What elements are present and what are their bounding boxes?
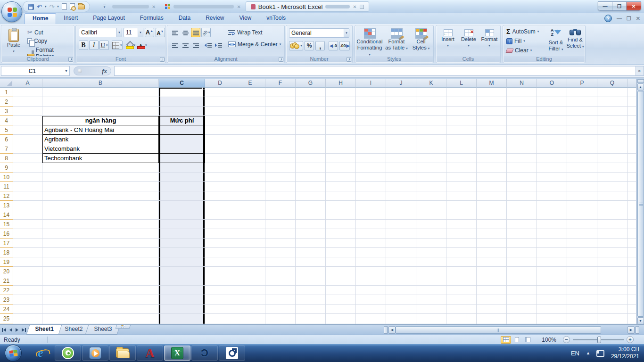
cell-Q25[interactable] (597, 314, 627, 323)
row-header-8[interactable]: 8 (0, 154, 13, 163)
comma-style-button[interactable]: , (315, 41, 325, 50)
align-center-button[interactable] (181, 41, 190, 50)
cell-G2[interactable] (296, 97, 326, 107)
cell-N25[interactable] (507, 314, 537, 323)
cell-x4[interactable] (627, 116, 636, 125)
cell-N13[interactable] (507, 201, 537, 210)
cell-K21[interactable] (416, 276, 446, 286)
cell-K23[interactable] (416, 295, 446, 304)
cell-B11[interactable] (42, 182, 159, 191)
taskbar-app-internet-explorer[interactable]: e (27, 346, 54, 361)
orientation-button[interactable]: ab▾ (201, 28, 211, 37)
cell-Q21[interactable] (597, 276, 627, 286)
cell-C21[interactable] (159, 276, 205, 286)
workbook-minimize-icon[interactable]: — (617, 16, 622, 21)
cell-L18[interactable] (446, 248, 477, 257)
font-color-button[interactable]: A▾ (137, 41, 148, 50)
cell-H12[interactable] (326, 191, 356, 201)
format-cells-button[interactable]: Format ▾ (479, 28, 499, 49)
row-header-14[interactable]: 14 (0, 210, 13, 220)
cell-x3[interactable] (627, 107, 636, 116)
cell-H16[interactable] (326, 229, 356, 239)
select-all-corner[interactable] (0, 79, 13, 88)
page-layout-view-button[interactable] (512, 336, 522, 344)
active-document-tab[interactable]: Book1 - Microsoft Excel ✕ (246, 1, 369, 12)
cell-F17[interactable] (265, 239, 296, 248)
cell-A16[interactable] (13, 229, 42, 239)
cell-D23[interactable] (205, 295, 235, 304)
cell-x6[interactable] (627, 135, 636, 144)
cell-A12[interactable] (13, 191, 42, 201)
decrease-indent-button[interactable] (203, 41, 213, 50)
cell-H9[interactable] (326, 163, 356, 173)
row-header-1[interactable]: 1 (0, 88, 13, 97)
cell-L9[interactable] (446, 163, 477, 173)
cell-G24[interactable] (296, 304, 326, 314)
cell-O21[interactable] (537, 276, 567, 286)
cell-x21[interactable] (627, 276, 636, 286)
cell-E13[interactable] (235, 201, 265, 210)
cell-L12[interactable] (446, 191, 477, 201)
cell-M21[interactable] (477, 276, 507, 286)
autosum-button[interactable]: Σ AutoSum▾ (505, 28, 540, 35)
cell-G13[interactable] (296, 201, 326, 210)
cell-F23[interactable] (265, 295, 296, 304)
column-header-B[interactable]: B (42, 79, 159, 88)
cell-Q8[interactable] (597, 154, 627, 163)
cell-H23[interactable] (326, 295, 356, 304)
column-header-Q[interactable]: Q (597, 79, 627, 88)
tab-page-layout[interactable]: Page Layout (85, 13, 132, 24)
cell-E12[interactable] (235, 191, 265, 201)
cell-H25[interactable] (326, 314, 356, 323)
column-header-C[interactable]: C (159, 79, 205, 88)
row-header-3[interactable]: 3 (0, 107, 13, 116)
cell-J15[interactable] (386, 220, 416, 229)
cell-P2[interactable] (567, 97, 597, 107)
column-header-G[interactable]: G (296, 79, 326, 88)
cell-A25[interactable] (13, 314, 42, 323)
first-sheet-icon[interactable] (2, 328, 6, 332)
cell-B15[interactable] (42, 220, 159, 229)
number-dialog-launcher[interactable] (347, 57, 351, 62)
cell-D13[interactable] (205, 201, 235, 210)
cell-M23[interactable] (477, 295, 507, 304)
cell-H1[interactable] (326, 88, 356, 97)
cell-N24[interactable] (507, 304, 537, 314)
cell-Q13[interactable] (597, 201, 627, 210)
cell-D22[interactable] (205, 286, 235, 295)
cell-I10[interactable] (356, 173, 386, 182)
close-tab-icon[interactable]: ✕ (152, 4, 156, 9)
column-header-extra[interactable] (627, 79, 636, 88)
cell-M13[interactable] (477, 201, 507, 210)
cell-L10[interactable] (446, 173, 477, 182)
cell-x7[interactable] (627, 144, 636, 154)
cell-M25[interactable] (477, 314, 507, 323)
align-left-button[interactable] (170, 41, 180, 50)
cell-G21[interactable] (296, 276, 326, 286)
expand-formula-bar-icon[interactable]: » (636, 66, 644, 76)
cell-I8[interactable] (356, 154, 386, 163)
tab-vntools[interactable]: vnTools (259, 13, 293, 24)
cell-C7[interactable] (159, 144, 205, 154)
row-header-18[interactable]: 18 (0, 248, 13, 257)
cell-J4[interactable] (386, 116, 416, 125)
cell-L21[interactable] (446, 276, 477, 286)
zoom-level[interactable]: 100% (542, 337, 556, 343)
cell-B23[interactable] (42, 295, 159, 304)
cell-B14[interactable] (42, 210, 159, 220)
row-header-16[interactable]: 16 (0, 229, 13, 239)
cut-button[interactable]: ✂ Cut (26, 28, 74, 36)
cell-P13[interactable] (567, 201, 597, 210)
cell-A21[interactable] (13, 276, 42, 286)
cell-C25[interactable] (159, 314, 205, 323)
fill-color-button[interactable]: ▾ (125, 41, 136, 50)
horizontal-scroll-thumb[interactable] (396, 326, 601, 334)
close-button[interactable]: ✕ (627, 2, 641, 10)
cell-H18[interactable] (326, 248, 356, 257)
sort-filter-button[interactable]: AZ Sort &Filter ▾ (546, 27, 565, 52)
cell-M7[interactable] (477, 144, 507, 154)
cell-L5[interactable] (446, 125, 477, 135)
cell-A6[interactable] (13, 135, 42, 144)
cell-Q19[interactable] (597, 257, 627, 267)
bold-button[interactable]: B (79, 41, 88, 50)
